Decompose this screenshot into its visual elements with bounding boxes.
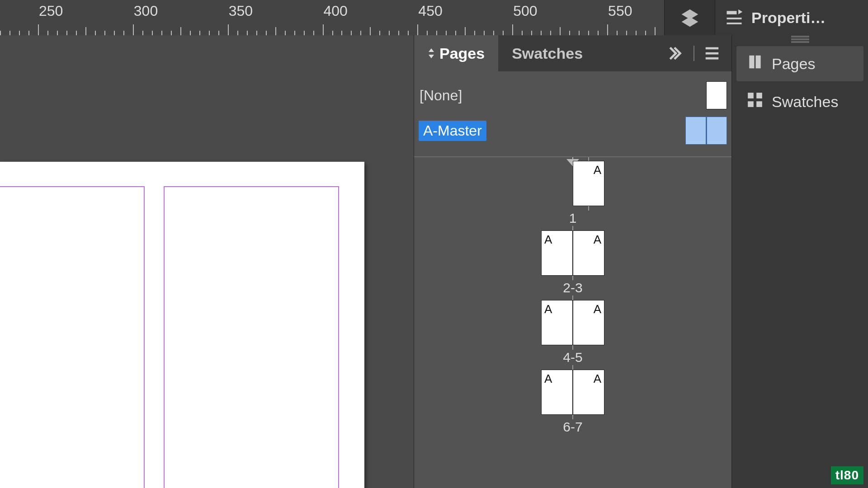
page-number-label: 2-3 xyxy=(563,280,582,296)
svg-rect-3 xyxy=(756,101,762,107)
ruler-tick xyxy=(323,24,324,35)
page-number-label: 4-5 xyxy=(563,350,582,365)
page-thumbnail[interactable]: AA xyxy=(541,370,604,415)
ruler-tick xyxy=(266,31,267,35)
svg-rect-2 xyxy=(748,101,754,107)
ruler-tick xyxy=(360,31,361,35)
ruler-tick xyxy=(636,31,637,35)
ruler-tick xyxy=(237,31,238,35)
document-pages-section: A1AA2-3AA4-5AA6-7 xyxy=(414,157,731,488)
tab-swatches[interactable]: Swatches xyxy=(498,35,596,71)
ruler-tick xyxy=(503,31,504,35)
ruler-number: 500 xyxy=(513,3,537,19)
ruler-tick xyxy=(247,31,248,35)
ruler-tick xyxy=(218,31,219,35)
master-row[interactable]: A-Master xyxy=(419,113,727,148)
ruler-tick xyxy=(66,31,67,35)
master-label: [None] xyxy=(419,87,563,104)
ruler-tick xyxy=(493,31,494,35)
ruler-tick xyxy=(598,31,599,35)
ruler-tick xyxy=(550,31,551,35)
ruler-tick xyxy=(285,31,286,35)
master-row[interactable]: [None] xyxy=(419,78,727,113)
ruler-tick xyxy=(370,27,371,35)
sort-icon xyxy=(428,48,435,58)
page-thumbnail[interactable]: A xyxy=(573,161,604,206)
ruler-tick xyxy=(294,31,295,35)
master-label: A-Master xyxy=(419,121,486,141)
margin-guide-left xyxy=(0,186,145,488)
ruler-tick xyxy=(455,31,456,35)
page-thumbnail[interactable]: AA xyxy=(541,230,604,276)
sidebar-item-pages[interactable]: Pages xyxy=(736,46,863,81)
page-number-label: 6-7 xyxy=(563,419,582,435)
ruler-tick xyxy=(38,24,39,35)
ruler-tick xyxy=(161,31,162,35)
properties-icon xyxy=(724,8,744,28)
ruler-tick xyxy=(579,31,580,35)
ruler-tick xyxy=(76,31,77,35)
page-thumbnail-item[interactable]: AA4-5 xyxy=(414,300,731,365)
ruler-number: 550 xyxy=(608,3,632,19)
ruler-tick xyxy=(655,27,656,35)
ruler-tick xyxy=(626,31,627,35)
ruler-tick xyxy=(85,27,86,35)
page-thumbnail-item[interactable]: AA6-7 xyxy=(414,370,731,435)
svg-rect-0 xyxy=(748,93,754,99)
master-thumbnail[interactable] xyxy=(706,81,727,109)
svg-rect-1 xyxy=(756,93,762,99)
page-thumbnail-item[interactable]: A1 xyxy=(414,161,731,226)
tab-pages[interactable]: Pages xyxy=(414,35,498,71)
panel-group-toggle[interactable] xyxy=(664,0,715,35)
ruler-tick xyxy=(398,31,399,35)
page-thumbnail[interactable]: AA xyxy=(541,300,604,345)
margin-guide-right xyxy=(164,186,339,488)
page-number-label: 1 xyxy=(569,211,577,226)
pages-panel-tabs: Pages Swatches xyxy=(414,35,731,71)
page-thumbnail-item[interactable]: AA2-3 xyxy=(414,230,731,296)
ruler-number: 250 xyxy=(39,3,63,19)
document-page[interactable] xyxy=(0,162,364,488)
sidebar-item-swatches[interactable]: Swatches xyxy=(736,84,863,119)
tab-pages-label: Pages xyxy=(439,45,485,62)
ruler-tick xyxy=(190,31,191,35)
ruler-tick xyxy=(351,31,352,35)
ruler-tick xyxy=(9,31,10,35)
ruler-tick xyxy=(522,31,523,35)
document-canvas[interactable] xyxy=(0,35,414,488)
ruler-tick xyxy=(47,31,48,35)
ruler-tick xyxy=(617,31,618,35)
panel-menu-icon[interactable] xyxy=(703,45,721,62)
master-thumbnail[interactable] xyxy=(685,117,727,145)
ruler-tick xyxy=(275,27,276,35)
ruler-tick xyxy=(171,31,172,35)
ruler-tick xyxy=(95,31,96,35)
right-sidebar: PagesSwatches xyxy=(732,35,868,488)
ruler-number: 300 xyxy=(134,3,158,19)
collapse-panel-icon[interactable] xyxy=(667,45,684,62)
panel-grip[interactable] xyxy=(732,35,868,43)
ruler-tick xyxy=(228,24,229,35)
ruler-tick xyxy=(256,31,257,35)
ruler-tick xyxy=(560,27,561,35)
ruler-tick xyxy=(313,31,314,35)
properties-panel-tab[interactable]: Properti… xyxy=(715,0,868,35)
sidebar-item-label: Pages xyxy=(772,55,815,73)
ruler-tick xyxy=(379,31,380,35)
ruler-tick xyxy=(332,31,333,35)
ruler-tick xyxy=(341,31,342,35)
sidebar-item-label: Swatches xyxy=(772,93,838,111)
ruler-number: 450 xyxy=(418,3,442,19)
horizontal-ruler[interactable]: 250300350400450500550 xyxy=(0,0,664,35)
main-row: Pages Swatches [None]A-Master A1AA2-3AA4… xyxy=(0,35,868,488)
ruler-tick xyxy=(389,31,390,35)
master-pages-section: [None]A-Master xyxy=(414,71,731,157)
ruler-tick xyxy=(114,31,115,35)
ruler-tick xyxy=(304,31,305,35)
divider xyxy=(693,46,694,61)
ruler-tick xyxy=(104,31,105,35)
ruler-tick xyxy=(531,31,532,35)
properties-label: Properti… xyxy=(751,9,826,27)
ruler-tick xyxy=(446,31,447,35)
ruler-tick xyxy=(484,31,485,35)
